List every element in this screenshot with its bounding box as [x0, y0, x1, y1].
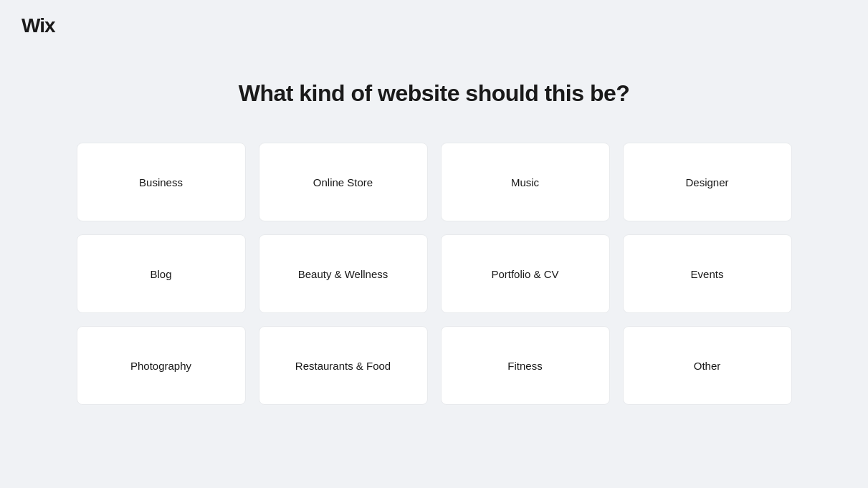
card-label-photography: Photography: [130, 360, 191, 372]
card-label-events: Events: [691, 268, 724, 280]
card-label-music: Music: [511, 176, 539, 188]
header: Wix: [0, 0, 868, 52]
card-label-designer: Designer: [685, 176, 728, 188]
card-label-blog: Blog: [150, 268, 171, 280]
card-beauty-wellness[interactable]: Beauty & Wellness: [259, 234, 428, 313]
card-restaurants-food[interactable]: Restaurants & Food: [259, 326, 428, 405]
category-grid: BusinessOnline StoreMusicDesignerBlogBea…: [77, 143, 792, 405]
card-online-store[interactable]: Online Store: [259, 143, 428, 221]
card-label-portfolio-cv: Portfolio & CV: [491, 268, 558, 280]
main-content: What kind of website should this be? Bus…: [0, 52, 868, 434]
card-label-restaurants-food: Restaurants & Food: [295, 360, 391, 372]
wix-logo: Wix: [22, 14, 846, 37]
card-label-fitness: Fitness: [507, 360, 542, 372]
card-music[interactable]: Music: [441, 143, 610, 221]
card-portfolio-cv[interactable]: Portfolio & CV: [441, 234, 610, 313]
card-other[interactable]: Other: [623, 326, 792, 405]
card-business[interactable]: Business: [77, 143, 246, 221]
card-label-online-store: Online Store: [313, 176, 373, 188]
card-designer[interactable]: Designer: [623, 143, 792, 221]
card-label-business: Business: [139, 176, 183, 188]
card-photography[interactable]: Photography: [77, 326, 246, 405]
page-title: What kind of website should this be?: [239, 80, 630, 107]
card-events[interactable]: Events: [623, 234, 792, 313]
card-fitness[interactable]: Fitness: [441, 326, 610, 405]
card-label-other: Other: [694, 360, 721, 372]
card-blog[interactable]: Blog: [77, 234, 246, 313]
card-label-beauty-wellness: Beauty & Wellness: [298, 268, 388, 280]
